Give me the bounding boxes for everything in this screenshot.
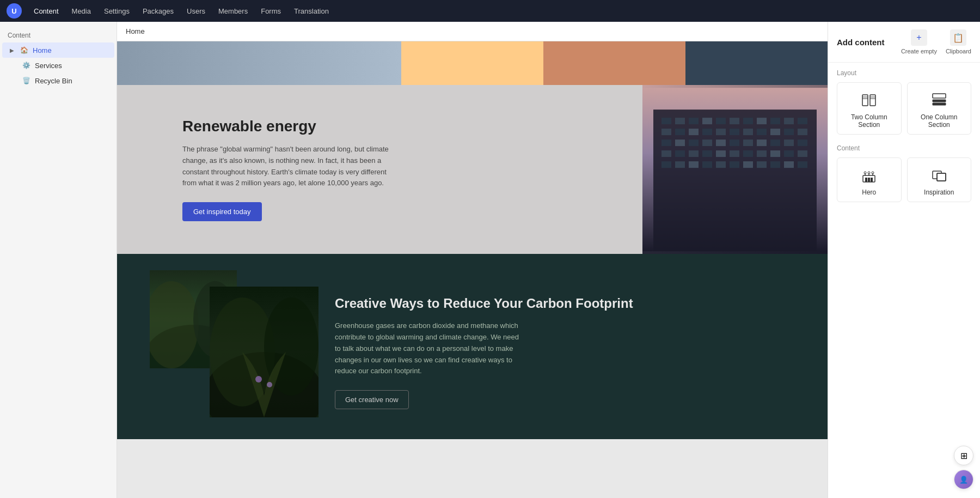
svg-rect-46	[661, 161, 671, 168]
sidebar-item-home[interactable]: ▶ 🏠 Home	[2, 42, 114, 58]
carbon-image-2	[210, 287, 318, 417]
content-items-grid: Hero Inspiration	[837, 157, 971, 202]
svg-rect-42	[757, 150, 767, 157]
svg-rect-29	[730, 139, 739, 146]
svg-rect-33	[784, 139, 794, 146]
svg-rect-67	[862, 95, 868, 106]
svg-rect-31	[757, 139, 767, 146]
renewable-heading: Renewable energy	[182, 118, 610, 135]
renewable-body: The phrase "global warming" hasn't been …	[182, 144, 389, 189]
svg-rect-13	[661, 129, 671, 135]
bottom-icons: ⊞ 👤	[954, 446, 973, 489]
recycle-bin-icon: 🗑️	[22, 76, 30, 85]
svg-rect-27	[702, 139, 712, 146]
svg-rect-74	[933, 100, 946, 102]
inspiration-item[interactable]: Inspiration	[907, 157, 972, 202]
svg-rect-43	[770, 150, 780, 157]
sidebar-section-label: Content	[0, 28, 117, 42]
svg-rect-51	[730, 161, 739, 168]
scan-icon-button[interactable]: ⊞	[954, 446, 973, 465]
one-column-label: One Column Section	[913, 113, 966, 129]
svg-rect-40	[730, 150, 739, 157]
content-area: Home Renewable energy The phrase "global…	[117, 22, 828, 498]
clipboard-icon: 📋	[950, 29, 966, 46]
sidebar-recycle-label: Recycle Bin	[35, 77, 72, 85]
svg-rect-41	[743, 150, 753, 157]
svg-rect-50	[716, 161, 726, 168]
svg-rect-39	[716, 150, 726, 157]
layout-section-label: Layout	[837, 69, 971, 77]
clipboard-label: Clipboard	[946, 48, 971, 54]
svg-rect-24	[661, 139, 671, 146]
svg-rect-8	[743, 118, 753, 124]
svg-point-66	[267, 382, 272, 387]
svg-rect-36	[675, 150, 685, 157]
sidebar: Content ▶ 🏠 Home ⚙️ Services 🗑️ Recycle …	[0, 22, 117, 498]
svg-rect-68	[870, 95, 875, 106]
svg-rect-2	[661, 118, 671, 124]
carbon-text-column: Creative Ways to Reduce Your Carbon Foot…	[324, 254, 828, 439]
nav-item-content[interactable]: Content	[28, 5, 64, 17]
nav-item-media[interactable]: Media	[66, 5, 96, 17]
svg-rect-15	[689, 129, 699, 135]
hero-icon	[860, 167, 878, 184]
nav-item-settings[interactable]: Settings	[99, 5, 135, 17]
nav-item-members[interactable]: Members	[213, 5, 253, 17]
svg-rect-7	[730, 118, 739, 124]
strip-image-4	[685, 41, 828, 85]
create-empty-label: Create empty	[901, 48, 937, 54]
hero-item[interactable]: Hero	[837, 157, 902, 202]
panel-title: Add content	[837, 38, 885, 47]
sidebar-item-services[interactable]: ⚙️ Services	[2, 58, 114, 73]
clipboard-button[interactable]: 📋 Clipboard	[946, 29, 971, 54]
svg-rect-45	[798, 150, 807, 157]
svg-rect-10	[770, 118, 780, 124]
strip-image-1	[117, 41, 401, 85]
get-creative-button[interactable]: Get creative now	[335, 390, 409, 409]
expand-arrow-icon: ▶	[10, 47, 14, 53]
svg-rect-11	[784, 118, 794, 124]
svg-rect-87	[937, 173, 946, 181]
svg-rect-38	[702, 150, 712, 157]
inspiration-icon	[930, 167, 948, 184]
create-empty-button[interactable]: + Create empty	[901, 29, 937, 54]
nav-item-users[interactable]: Users	[181, 5, 211, 17]
services-icon: ⚙️	[22, 61, 30, 70]
svg-rect-20	[757, 129, 767, 135]
one-column-section-item[interactable]: One Column Section	[907, 82, 972, 135]
building-image	[642, 85, 828, 254]
carbon-heading: Creative Ways to Reduce Your Carbon Foot…	[335, 295, 806, 312]
user-avatar-button[interactable]: 👤	[954, 470, 973, 489]
two-column-section-item[interactable]: Two Column Section	[837, 82, 902, 135]
svg-rect-6	[716, 118, 726, 124]
svg-rect-52	[743, 161, 753, 168]
carbon-body: Greenhouse gases are carbon dioxide and …	[335, 320, 520, 377]
svg-rect-54	[770, 161, 780, 168]
sidebar-item-recycle-bin[interactable]: 🗑️ Recycle Bin	[2, 73, 114, 88]
svg-rect-55	[784, 161, 794, 168]
nav-item-packages[interactable]: Packages	[137, 5, 179, 17]
svg-rect-78	[868, 178, 870, 182]
renewable-image-column	[642, 85, 828, 254]
nav-item-forms[interactable]: Forms	[255, 5, 286, 17]
layout-section: Layout Two Column Section	[828, 63, 980, 138]
add-content-panel: Add content + Create empty 📋 Clipboard L…	[828, 22, 980, 498]
get-inspired-button[interactable]: Get inspired today	[182, 202, 262, 221]
logo[interactable]: U	[7, 3, 22, 19]
svg-rect-75	[933, 103, 946, 105]
page-preview: Renewable energy The phrase "global warm…	[117, 41, 828, 498]
layout-items-grid: Two Column Section One Column Section	[837, 82, 971, 135]
top-image-strip	[117, 41, 828, 85]
svg-rect-73	[933, 94, 946, 98]
svg-rect-26	[689, 139, 699, 146]
svg-rect-23	[798, 129, 807, 135]
renewable-energy-section: Renewable energy The phrase "global warm…	[117, 85, 828, 254]
one-column-icon	[930, 92, 948, 109]
main-area: Content ▶ 🏠 Home ⚙️ Services 🗑️ Recycle …	[0, 22, 980, 498]
nav-item-translation[interactable]: Translation	[289, 5, 334, 17]
svg-rect-53	[757, 161, 767, 168]
svg-rect-12	[798, 118, 807, 124]
sidebar-home-label: Home	[33, 46, 52, 54]
svg-rect-17	[716, 129, 726, 135]
svg-rect-14	[675, 129, 685, 135]
